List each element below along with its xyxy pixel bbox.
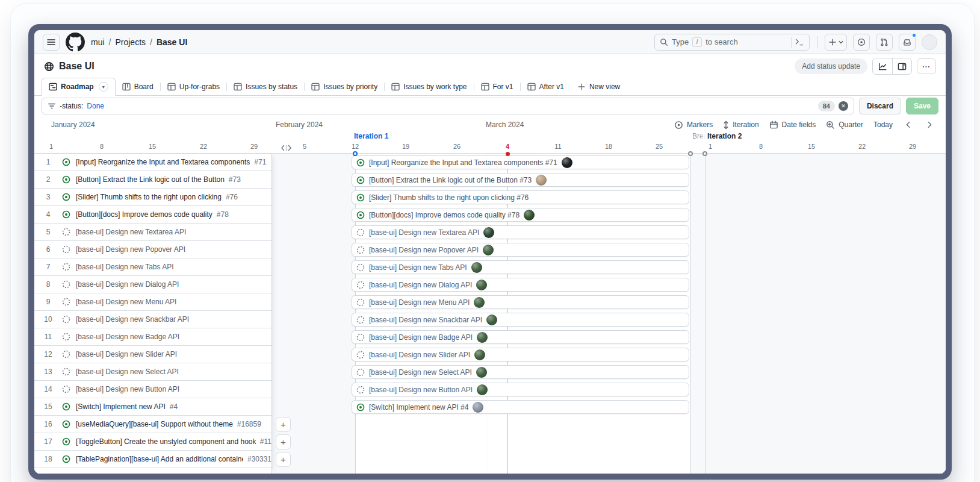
new-view-button[interactable]: New view <box>571 78 627 95</box>
table-row[interactable]: 15[Switch] Implement new API#4 <box>34 398 271 416</box>
table-row[interactable]: 18[TablePagination][base-ui] Add an addi… <box>34 451 271 468</box>
pull-requests-button[interactable] <box>876 34 893 51</box>
github-logo[interactable] <box>66 33 85 52</box>
row-title[interactable]: [base-ui] Design new Slider API <box>76 350 177 358</box>
table-row[interactable]: 14[base-ui] Design new Button API <box>34 381 271 398</box>
timeline-pill[interactable]: [base-ui] Design new Select API <box>352 365 689 379</box>
row-title[interactable]: [base-ui] Design new Popover API <box>76 245 185 254</box>
table-row[interactable]: 4[Button][docs] Improve demos code quali… <box>34 206 271 224</box>
row-title[interactable]: [useMediaQuery][base-ui] Support without… <box>76 420 233 428</box>
row-title[interactable]: [base-ui] Design new Tabs API <box>76 263 174 271</box>
timeline-pill[interactable]: [base-ui] Design new Tabs API <box>352 260 689 274</box>
table-row[interactable]: 7[base-ui] Design new Tabs API <box>34 258 271 276</box>
row-title[interactable]: [base-ui] Design new Menu API <box>76 298 176 306</box>
timeline-pill[interactable]: [base-ui] Design new Badge API <box>352 330 689 344</box>
issue-open-icon <box>62 420 70 428</box>
project-menu-button[interactable]: ⋯ <box>917 58 936 74</box>
breadcrumb-item-base-ui[interactable]: Base UI <box>157 37 187 47</box>
insights-button[interactable] <box>873 58 892 74</box>
issue-open-icon <box>62 455 70 463</box>
timeline-pill[interactable]: [Switch] Implement new API #4 <box>352 400 689 414</box>
timeline-pill[interactable]: [Input] Reorganize the Input and Textare… <box>352 155 689 169</box>
save-button[interactable]: Save <box>906 98 938 114</box>
tab-issues-by-status[interactable]: Issues by status <box>227 78 304 95</box>
assignee-avatar <box>536 175 547 186</box>
tab-roadmap[interactable]: Roadmap▼ <box>42 78 116 96</box>
breadcrumb-item-mui[interactable]: mui <box>91 37 105 47</box>
table-row[interactable]: 9[base-ui] Design new Menu API <box>34 293 271 311</box>
clear-filter-button[interactable]: ✕ <box>839 101 848 111</box>
add-status-update-button[interactable]: Add status update <box>795 58 867 74</box>
toolbar-quarter-button[interactable]: Quarter <box>826 120 863 130</box>
add-date-button[interactable]: + <box>276 417 291 432</box>
timeline-pill[interactable]: [Button][docs] Improve demos code qualit… <box>352 208 689 222</box>
row-title[interactable]: [base-ui] Design new Button API <box>76 385 179 393</box>
row-title[interactable]: [Input] Reorganize the Input and Textare… <box>76 158 250 166</box>
toolbar-iteration-button[interactable]: Iteration <box>723 120 758 130</box>
tab-for-v1[interactable]: For v1 <box>474 78 520 95</box>
tab-board[interactable]: Board <box>116 78 160 95</box>
side-panel-button[interactable] <box>892 58 911 74</box>
table-row[interactable]: 10[base-ui] Design new Snackbar API <box>34 311 271 328</box>
table-row[interactable]: 1[Input] Reorganize the Input and Textar… <box>34 154 271 171</box>
timeline-pill[interactable]: [base-ui] Design new Dialog API <box>352 278 689 292</box>
add-date-button[interactable]: + <box>276 452 291 467</box>
row-title[interactable]: [ToggleButton] Create the unstyled compo… <box>76 437 256 446</box>
discard-button[interactable]: Discard <box>859 98 901 114</box>
toolbar-markers-button[interactable]: Markers <box>674 120 713 130</box>
timeline-pill[interactable]: [base-ui] Design new Snackbar API <box>352 313 689 327</box>
table-row[interactable]: 3[Slider] Thumb shifts to the right upon… <box>34 189 271 206</box>
row-title[interactable]: [base-ui] Design new Textarea API <box>76 228 186 236</box>
filter-input[interactable]: -status:Done 84 ✕ <box>42 98 854 114</box>
panel-resize-handle[interactable] <box>281 145 291 153</box>
timeline-pill[interactable]: [base-ui] Design new Popover API <box>352 243 689 257</box>
tab-up-for-grabs[interactable]: Up-for-grabs <box>161 78 226 95</box>
table-row[interactable]: 17[ToggleButton] Create the unstyled com… <box>34 433 271 451</box>
table-row[interactable]: 5[base-ui] Design new Textarea API <box>34 224 271 241</box>
hamburger-menu-button[interactable] <box>43 34 60 51</box>
timeline-pill[interactable]: [base-ui] Design new Button API <box>352 383 689 396</box>
table-row[interactable]: 8[base-ui] Design new Dialog API <box>34 276 271 293</box>
table-row[interactable]: 16[useMediaQuery][base-ui] Support witho… <box>34 416 271 433</box>
table-row[interactable]: 13[base-ui] Design new Select API <box>34 363 271 381</box>
tab-issues-by-work-type[interactable]: Issues by work type <box>385 78 473 95</box>
row-title[interactable]: [Button][docs] Improve demos code qualit… <box>76 210 212 219</box>
toolbar-today-button[interactable]: Today <box>873 120 893 129</box>
row-title[interactable]: [Slider] Thumb shifts to the right upon … <box>76 193 222 201</box>
row-title[interactable]: [base-ui] Design new Select API <box>76 368 179 376</box>
row-title[interactable]: [base-ui] Design new Dialog API <box>76 280 179 289</box>
timeline-pill[interactable]: [Slider] Thumb shifts to the right upon … <box>352 190 689 204</box>
breadcrumb-item-projects[interactable]: Projects <box>115 37 146 47</box>
table-row[interactable]: 2[Button] Extract the Link logic out of … <box>34 171 271 189</box>
row-title[interactable]: [base-ui] Design new Snackbar API <box>76 315 189 324</box>
table-row[interactable]: 11[base-ui] Design new Badge API <box>34 328 271 346</box>
timeline-pill[interactable]: [base-ui] Design new Menu API <box>352 295 689 309</box>
issue-open-icon <box>62 402 70 411</box>
tab-menu-caret[interactable]: ▼ <box>99 82 108 92</box>
create-new-button[interactable] <box>825 34 847 51</box>
issues-button[interactable] <box>853 34 870 51</box>
search-input[interactable]: Type / to search <box>654 34 810 51</box>
prev-icon <box>904 120 913 129</box>
table-row[interactable]: 6[base-ui] Design new Popover API <box>34 241 271 258</box>
inbox-button[interactable] <box>899 34 916 51</box>
row-number: 5 <box>34 228 62 236</box>
toolbar-date-fields-button[interactable]: Date fields <box>769 120 816 130</box>
timeline-pill[interactable]: [base-ui] Design new Slider API <box>352 348 689 362</box>
row-title[interactable]: [base-ui] Design new Badge API <box>76 333 179 341</box>
user-avatar[interactable] <box>922 34 937 50</box>
timeline-prev-button[interactable] <box>903 120 914 129</box>
timeline-next-button[interactable] <box>924 120 935 129</box>
table-row[interactable]: 12[base-ui] Design new Slider API <box>34 346 271 363</box>
search-divider <box>791 37 792 48</box>
row-title[interactable]: [TablePagination][base-ui] Add an additi… <box>76 455 243 463</box>
timeline-pill[interactable]: [base-ui] Design new Textarea API <box>352 225 689 239</box>
tab-after-v1[interactable]: After v1 <box>521 78 571 95</box>
tab-issues-by-priority[interactable]: Issues by priority <box>305 78 384 95</box>
row-title[interactable]: [Button] Extract the Link logic out of t… <box>76 175 225 184</box>
row-title[interactable]: [Switch] Implement new API <box>76 402 166 411</box>
add-date-button[interactable]: + <box>276 434 291 449</box>
timeline-pill[interactable]: [Button] Extract the Link logic out of t… <box>352 173 689 187</box>
iteration-2-start-marker <box>702 151 707 156</box>
pill-title: [base-ui] Design new Dialog API <box>369 281 472 289</box>
